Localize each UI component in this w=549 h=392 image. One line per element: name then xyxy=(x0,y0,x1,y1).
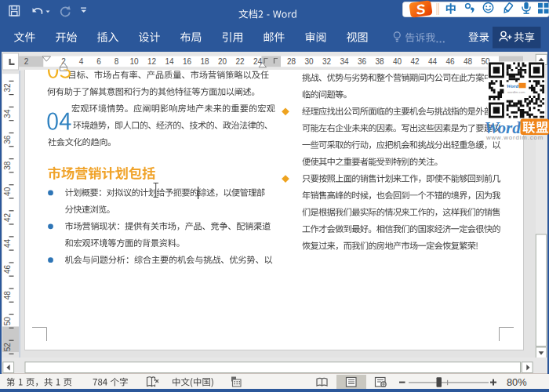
svg-text:30: 30 xyxy=(304,57,314,66)
svg-text:80%: 80% xyxy=(507,376,527,388)
svg-text:34: 34 xyxy=(3,109,12,118)
svg-text:www.wordlm.com: www.wordlm.com xyxy=(485,134,544,141)
svg-text:18: 18 xyxy=(200,57,209,66)
svg-text:46: 46 xyxy=(3,265,12,274)
svg-text:10: 10 xyxy=(129,57,139,66)
svg-text:44: 44 xyxy=(3,238,12,248)
svg-text:12: 12 xyxy=(147,57,157,66)
svg-text:40: 40 xyxy=(393,57,402,66)
svg-text:6: 6 xyxy=(96,57,101,66)
svg-text:40: 40 xyxy=(3,187,12,196)
svg-text:32: 32 xyxy=(322,57,332,66)
svg-text:20: 20 xyxy=(218,57,227,66)
svg-text:44: 44 xyxy=(428,57,438,66)
svg-text:42: 42 xyxy=(3,212,12,222)
svg-text:48: 48 xyxy=(3,291,12,300)
svg-text:34: 34 xyxy=(340,57,349,66)
svg-text:38: 38 xyxy=(3,161,12,170)
svg-text:48: 48 xyxy=(464,57,473,66)
svg-text:38: 38 xyxy=(375,57,384,66)
svg-text:32: 32 xyxy=(3,83,12,93)
svg-text:16: 16 xyxy=(183,57,192,66)
svg-text:Word: Word xyxy=(507,83,519,89)
svg-text:14: 14 xyxy=(165,57,174,66)
svg-text:46: 46 xyxy=(445,57,455,66)
svg-text:42: 42 xyxy=(410,57,420,66)
svg-text:22: 22 xyxy=(235,57,245,66)
svg-text:50: 50 xyxy=(3,317,12,326)
svg-text:8: 8 xyxy=(115,57,119,66)
svg-text:52: 52 xyxy=(3,343,12,352)
svg-text:4: 4 xyxy=(79,57,84,66)
svg-text:36: 36 xyxy=(358,57,367,66)
svg-text:36: 36 xyxy=(3,135,12,144)
svg-text:2: 2 xyxy=(24,57,29,66)
svg-text:wordlm.com: wordlm.com xyxy=(507,90,525,94)
svg-text:28: 28 xyxy=(287,57,296,66)
